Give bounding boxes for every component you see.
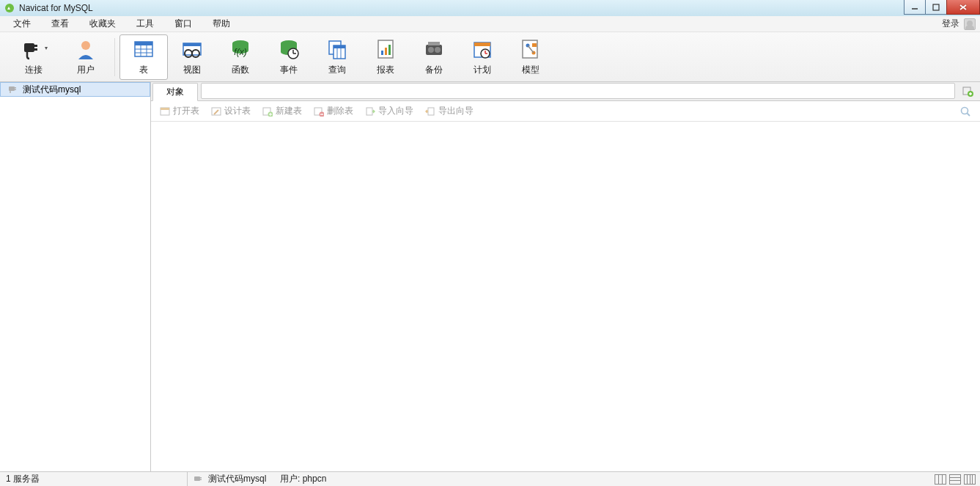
main-toolbar: ▾ 连接 用户 表 视图 f(x) 函数 事件 查询: [0, 32, 980, 82]
menu-file[interactable]: 文件: [3, 16, 41, 32]
path-box[interactable]: [201, 83, 955, 99]
function-icon: f(x): [229, 37, 252, 61]
tool-view[interactable]: 视图: [168, 34, 216, 80]
report-icon: [374, 37, 397, 61]
plug-icon: [20, 37, 43, 61]
tool-event-label: 事件: [280, 64, 298, 76]
action-open-table[interactable]: 打开表: [155, 103, 204, 119]
svg-point-37: [435, 47, 441, 53]
view-list-icon[interactable]: [949, 474, 961, 485]
backup-icon: [422, 37, 446, 61]
tab-objects[interactable]: 对象: [152, 83, 198, 101]
action-search[interactable]: [955, 104, 976, 119]
menu-tools[interactable]: 工具: [126, 16, 164, 32]
svg-rect-44: [523, 40, 537, 58]
maximize-button[interactable]: [925, 0, 947, 15]
menu-favorites[interactable]: 收藏夹: [79, 16, 126, 32]
action-export-label: 导出向导: [438, 105, 474, 117]
action-open-label: 打开表: [173, 105, 199, 117]
tool-table-label: 表: [139, 64, 148, 76]
app-icon: [4, 3, 15, 13]
new-tab-icon[interactable]: [959, 83, 976, 99]
action-design-label: 设计表: [224, 105, 251, 117]
minimize-button[interactable]: [904, 0, 926, 15]
tool-function[interactable]: f(x) 函数: [216, 34, 265, 80]
tool-backup-label: 备份: [425, 64, 443, 76]
view-mode-switcher: [930, 474, 980, 485]
svg-line-69: [968, 113, 970, 116]
event-icon: [277, 37, 301, 61]
svg-rect-72: [200, 479, 202, 480]
schedule-icon: [471, 37, 494, 61]
toolbar-separator: [114, 38, 115, 76]
window-controls: [905, 0, 980, 15]
tool-view-label: 视图: [183, 64, 201, 76]
table-icon: [132, 37, 155, 61]
status-user: 用户: phpcn: [280, 473, 326, 485]
action-new-table[interactable]: 新建表: [258, 103, 306, 119]
view-detail-icon[interactable]: [964, 474, 976, 485]
tool-model[interactable]: 模型: [506, 34, 555, 80]
window-title: Navicat for MySQL: [19, 3, 93, 13]
tool-report[interactable]: 报表: [361, 34, 410, 80]
title-bar: Navicat for MySQL: [0, 0, 980, 16]
connection-item[interactable]: 测试代码mysql: [0, 82, 150, 97]
svg-text:f(x): f(x): [234, 47, 246, 57]
svg-rect-50: [15, 87, 16, 89]
action-delete-label: 删除表: [327, 105, 353, 117]
tool-event[interactable]: 事件: [265, 34, 313, 80]
svg-rect-66: [366, 108, 372, 115]
svg-rect-6: [34, 45, 37, 47]
menu-bar: 文件 查看 收藏夹 工具 窗口 帮助 登录: [0, 16, 980, 32]
connection-name: 测试代码mysql: [23, 84, 81, 96]
menu-window[interactable]: 窗口: [164, 16, 202, 32]
magnifier-icon: [959, 106, 971, 117]
tab-objects-label: 对象: [166, 86, 184, 98]
action-design-table[interactable]: 设计表: [207, 103, 255, 119]
svg-rect-71: [200, 477, 202, 479]
connection-sidebar: 测试代码mysql: [0, 82, 151, 471]
status-server-label: 1 服务器: [6, 473, 40, 485]
tool-query[interactable]: 查询: [313, 34, 361, 80]
action-import-wizard[interactable]: 导入向导: [361, 103, 418, 119]
tool-table[interactable]: 表: [119, 34, 168, 80]
svg-rect-7: [34, 48, 37, 51]
tool-schedule[interactable]: 计划: [458, 34, 506, 80]
main-panel: 对象 打开表 设计表 新建表 删除表: [151, 82, 980, 471]
tool-model-label: 模型: [522, 64, 539, 76]
tab-strip: 对象: [151, 82, 980, 101]
svg-rect-5: [24, 43, 34, 52]
object-toolbar: 打开表 设计表 新建表 删除表 导入向导 导出向导: [151, 101, 980, 122]
action-export-wizard[interactable]: 导出向导: [421, 103, 478, 119]
close-button[interactable]: [946, 0, 980, 15]
status-server-count: 1 服务器: [0, 472, 188, 486]
svg-rect-34: [388, 45, 391, 55]
svg-rect-2: [933, 4, 939, 10]
svg-point-36: [428, 47, 434, 53]
login-area[interactable]: 登录: [942, 18, 980, 30]
user-icon: [74, 37, 97, 61]
action-import-label: 导入向导: [378, 105, 413, 117]
tool-backup[interactable]: 备份: [410, 34, 458, 80]
menu-view[interactable]: 查看: [41, 16, 79, 32]
svg-rect-40: [474, 43, 490, 46]
menu-help[interactable]: 帮助: [202, 16, 240, 32]
view-grid-icon[interactable]: [935, 474, 946, 485]
tool-query-label: 查询: [328, 64, 346, 76]
action-new-label: 新建表: [276, 105, 302, 117]
svg-rect-16: [183, 43, 201, 46]
connection-plug-icon: [8, 84, 18, 95]
status-plug-icon: [194, 474, 204, 485]
action-delete-table[interactable]: 删除表: [309, 103, 358, 119]
tool-user[interactable]: 用户: [62, 34, 110, 80]
tool-report-label: 报表: [377, 64, 394, 76]
tool-connect[interactable]: ▾ 连接: [6, 34, 62, 80]
svg-rect-33: [385, 48, 387, 55]
chevron-down-icon: ▾: [45, 45, 48, 51]
tool-schedule-label: 计划: [474, 64, 491, 76]
body-split: 测试代码mysql 对象 打开表 设计表 新建表: [0, 82, 980, 471]
query-icon: [325, 37, 349, 61]
svg-rect-28: [334, 45, 345, 48]
svg-rect-51: [15, 89, 16, 91]
svg-rect-32: [381, 51, 383, 55]
